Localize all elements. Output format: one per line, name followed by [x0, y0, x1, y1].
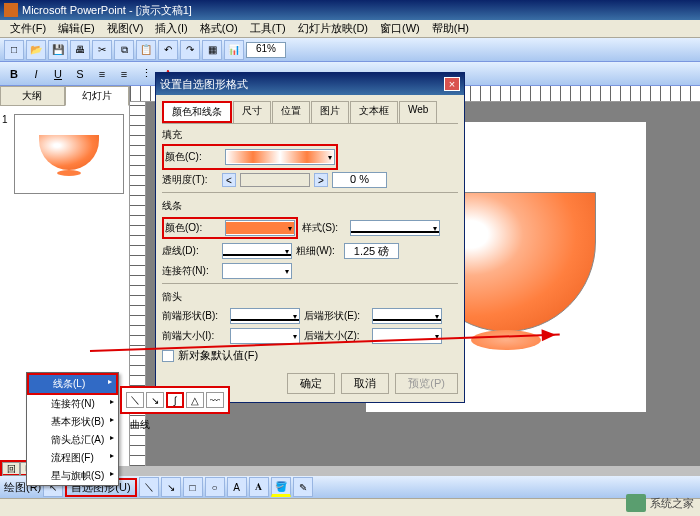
title-bar: Microsoft PowerPoint - [演示文稿1] [0, 0, 700, 20]
label-connector: 连接符(N): [162, 264, 218, 278]
zoom-combo[interactable]: 61% [246, 42, 286, 58]
table-icon[interactable]: ▦ [202, 40, 222, 60]
cancel-button[interactable]: 取消 [341, 373, 389, 394]
weight-spinner[interactable]: 1.25 磅 [344, 243, 399, 259]
italic-icon[interactable]: I [26, 65, 46, 83]
menu-view[interactable]: 视图(V) [103, 20, 148, 37]
tab-size[interactable]: 尺寸 [233, 101, 271, 123]
cut-icon[interactable]: ✂ [92, 40, 112, 60]
fill-color-combo[interactable] [225, 149, 335, 165]
menu-insert[interactable]: 插入(I) [151, 20, 191, 37]
menu-connectors[interactable]: 连接符(N) [27, 395, 118, 413]
align-left-icon[interactable]: ≡ [92, 65, 112, 83]
menu-format[interactable]: 格式(O) [196, 20, 242, 37]
align-center-icon[interactable]: ≡ [114, 65, 134, 83]
redo-icon[interactable]: ↷ [180, 40, 200, 60]
menu-flowchart[interactable]: 流程图(F) [27, 449, 118, 467]
menu-lines[interactable]: 线条(L) [27, 373, 118, 395]
autoshape-menu: 线条(L) 连接符(N) 基本形状(B) 箭头总汇(A) 流程图(F) 星与旗帜… [26, 372, 119, 486]
menu-tools[interactable]: 工具(T) [246, 20, 290, 37]
textbox-icon[interactable]: A [227, 477, 247, 497]
curve-tool-icon[interactable]: ∫ [166, 392, 184, 408]
tab-picture[interactable]: 图片 [311, 101, 349, 123]
shadow-icon[interactable]: S [70, 65, 90, 83]
bullets-icon[interactable]: ⋮ [136, 65, 156, 83]
normal-view-icon[interactable]: 回 [2, 462, 20, 476]
rectangle-icon[interactable]: □ [183, 477, 203, 497]
watermark-icon [626, 494, 646, 512]
dashed-combo[interactable] [222, 243, 292, 259]
dialog-titlebar[interactable]: 设置自选图形格式 × [156, 73, 464, 95]
line-tool-icon[interactable]: ＼ [126, 392, 144, 408]
tab-textbox[interactable]: 文本框 [350, 101, 398, 123]
menu-file[interactable]: 文件(F) [6, 20, 50, 37]
chart-icon[interactable]: 📊 [224, 40, 244, 60]
menu-edit[interactable]: 编辑(E) [54, 20, 99, 37]
print-icon[interactable]: 🖶 [70, 40, 90, 60]
fill-color-icon[interactable]: 🪣 [271, 477, 291, 497]
slide-number: 1 [0, 106, 10, 202]
tab-slides[interactable]: 幻灯片 [65, 86, 130, 106]
dash-swatch [223, 254, 291, 256]
transparency-value[interactable]: 0 % [332, 172, 387, 188]
line-color-combo[interactable] [225, 220, 295, 236]
menu-window[interactable]: 窗口(W) [376, 20, 424, 37]
tab-position[interactable]: 位置 [272, 101, 310, 123]
line-icon[interactable]: ＼ [139, 477, 159, 497]
label-dashed: 虚线(D): [162, 244, 218, 258]
app-icon [4, 3, 18, 17]
connector-combo[interactable] [222, 263, 292, 279]
line-style-combo[interactable] [350, 220, 440, 236]
tab-web[interactable]: Web [399, 101, 437, 123]
orange-swatch [226, 222, 294, 234]
copy-icon[interactable]: ⧉ [114, 40, 134, 60]
menu-stars[interactable]: 星与旗帜(S) [27, 467, 118, 485]
bowl-base-thumb [57, 170, 81, 176]
menu-slideshow[interactable]: 幻灯片放映(D) [294, 20, 372, 37]
line-color-btn-icon[interactable]: ✎ [293, 477, 313, 497]
freeform-icon[interactable]: △ [186, 392, 204, 408]
dialog-tabs: 颜色和线条 尺寸 位置 图片 文本框 Web [162, 101, 458, 124]
group-line: 线条 [162, 195, 458, 215]
close-icon[interactable]: × [444, 77, 460, 91]
label-end-style: 后端形状(E): [304, 309, 368, 323]
label-begin-size: 前端大小(I): [162, 329, 226, 343]
slider-left-icon[interactable]: < [222, 173, 236, 187]
begin-size-combo[interactable] [230, 328, 300, 344]
arrow-tool-icon[interactable]: ↘ [146, 392, 164, 408]
paste-icon[interactable]: 📋 [136, 40, 156, 60]
save-icon[interactable]: 💾 [48, 40, 68, 60]
underline-icon[interactable]: U [48, 65, 68, 83]
menu-block-arrows[interactable]: 箭头总汇(A) [27, 431, 118, 449]
label-line-color: 颜色(O): [165, 221, 221, 235]
transparency-slider[interactable] [240, 173, 310, 187]
arrow-icon[interactable]: ↘ [161, 477, 181, 497]
tab-outline[interactable]: 大纲 [0, 86, 65, 106]
app-title: Microsoft PowerPoint - [演示文稿1] [22, 3, 192, 18]
group-arrows: 箭头 [162, 286, 458, 306]
scribble-icon[interactable]: 〰 [206, 392, 224, 408]
group-fill: 填充 [162, 124, 458, 144]
wordart-icon[interactable]: 𝐀 [249, 477, 269, 497]
status-bar [0, 498, 700, 516]
oval-icon[interactable]: ○ [205, 477, 225, 497]
pane-tabs: 大纲 幻灯片 [0, 86, 129, 106]
slide-thumbnail[interactable] [14, 114, 124, 194]
default-checkbox[interactable] [162, 350, 174, 362]
bold-icon[interactable]: B [4, 65, 24, 83]
new-icon[interactable]: □ [4, 40, 24, 60]
begin-style-combo[interactable] [230, 308, 300, 324]
label-transparency: 透明度(T): [162, 173, 218, 187]
slider-right-icon[interactable]: > [314, 173, 328, 187]
curve-label: 曲线 [130, 418, 150, 432]
menu-basic-shapes[interactable]: 基本形状(B) [27, 413, 118, 431]
end-style-combo[interactable] [372, 308, 442, 324]
open-icon[interactable]: 📂 [26, 40, 46, 60]
menu-help[interactable]: 帮助(H) [428, 20, 473, 37]
tab-colors-lines[interactable]: 颜色和线条 [162, 101, 232, 123]
ok-button[interactable]: 确定 [287, 373, 335, 394]
arrow-swatch2 [373, 319, 441, 321]
undo-icon[interactable]: ↶ [158, 40, 178, 60]
bowl-base-shape[interactable] [471, 330, 541, 350]
preview-button[interactable]: 预览(P) [395, 373, 458, 394]
